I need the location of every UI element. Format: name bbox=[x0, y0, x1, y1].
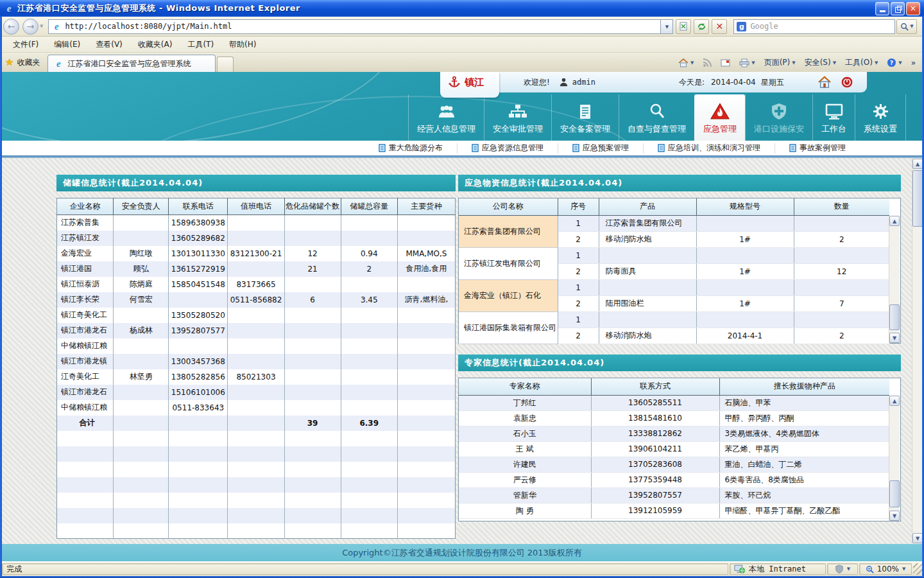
column-header: 企业名称 bbox=[57, 198, 114, 215]
safety-menu-button[interactable]: 安全(S)▼ bbox=[801, 56, 839, 69]
page-menu-button[interactable]: 页面(P)▼ bbox=[761, 56, 799, 69]
scroll-down-icon[interactable]: ▼ bbox=[889, 333, 900, 343]
nav-item-label: 安全审批管理 bbox=[493, 123, 543, 135]
scrollbar-thumb[interactable] bbox=[912, 170, 923, 227]
scroll-up-icon[interactable]: ▲ bbox=[889, 216, 900, 226]
zoom-control[interactable]: 100% ▼ bbox=[859, 563, 912, 575]
subnav-item-3[interactable]: 应急培训、演练和演习管理 bbox=[643, 143, 774, 153]
zoom-level: 100% bbox=[877, 565, 899, 574]
search-options-dropdown-icon[interactable]: ▼ bbox=[910, 24, 913, 29]
table-cell bbox=[57, 523, 114, 539]
page-header: 江苏省港口安全监管与应急管理系统 镇江 欢迎您! admin 今天是: 2014… bbox=[0, 72, 924, 141]
minimize-button[interactable] bbox=[875, 2, 889, 15]
help-button[interactable]: ? ▼ bbox=[884, 57, 905, 69]
resize-grip[interactable] bbox=[913, 563, 922, 575]
table-row: 镇江市港龙石15106101006 bbox=[57, 385, 456, 400]
read-mail-button[interactable] bbox=[717, 58, 733, 68]
table-cell bbox=[397, 308, 455, 323]
search-go-button[interactable]: ▼ bbox=[896, 19, 917, 34]
company-cell: 江苏镇江发电有限公司 bbox=[459, 247, 558, 279]
refresh-button[interactable] bbox=[694, 19, 709, 34]
address-dropdown-button[interactable]: ▼ bbox=[661, 19, 673, 34]
browser-tab[interactable]: e 江苏省港口安全监管与应急管理系统 bbox=[47, 55, 216, 72]
menu-item-3[interactable]: 收藏夹(A) bbox=[130, 37, 180, 52]
back-button[interactable]: ← bbox=[3, 19, 19, 35]
tools-menu-button[interactable]: 工具(O)▼ bbox=[842, 56, 881, 69]
print-dropdown-icon[interactable]: ▼ bbox=[751, 60, 755, 66]
menu-item-1[interactable]: 编辑(E) bbox=[46, 37, 88, 52]
nav-item-7[interactable]: 系统设置 bbox=[855, 94, 906, 141]
protected-mode-button[interactable]: ▼ bbox=[827, 563, 858, 575]
overflow-chevron-icon[interactable]: » bbox=[908, 57, 919, 69]
home-button[interactable]: ▼ bbox=[675, 57, 697, 69]
nav-item-5[interactable]: 港口设施保安 bbox=[745, 94, 812, 141]
nav-item-0[interactable]: 经营人信息管理 bbox=[408, 94, 484, 141]
history-dropdown-icon[interactable]: ▼ bbox=[40, 24, 43, 29]
table-cell: 金海宏业 bbox=[57, 246, 114, 261]
nav-item-4[interactable]: 应急管理 bbox=[694, 94, 745, 141]
table-cell bbox=[397, 477, 455, 493]
print-button[interactable]: ▼ bbox=[736, 57, 758, 69]
table-cell: 防毒面具 bbox=[599, 263, 696, 279]
scroll-down-icon[interactable]: ▼ bbox=[912, 533, 923, 543]
menu-item-2[interactable]: 查看(V) bbox=[88, 37, 130, 52]
welcome-text: 欢迎您! bbox=[524, 77, 550, 88]
table-cell bbox=[228, 446, 284, 462]
logout-power-icon[interactable] bbox=[841, 76, 853, 89]
table-cell bbox=[397, 215, 455, 231]
table-row: 严云修137753594486类毒害品、8类腐蚀品 bbox=[459, 472, 889, 487]
page-scrollbar[interactable]: ▲ ▼ bbox=[912, 158, 923, 544]
table-row: 金海宏业陶红暾1301301133083121300-21120.94MMA,M… bbox=[57, 246, 456, 261]
restore-button[interactable] bbox=[891, 2, 905, 15]
scrollbar-thumb[interactable] bbox=[889, 304, 900, 330]
table-cell bbox=[341, 338, 397, 354]
forward-button[interactable]: → bbox=[22, 19, 38, 35]
experts-scrollbar[interactable]: ▲ ▼ bbox=[889, 396, 900, 521]
table-row: 管新华13952807557苯胺、环己烷 bbox=[459, 487, 889, 503]
nav-item-2[interactable]: 安全备案管理 bbox=[551, 94, 619, 141]
search-input[interactable]: g Google bbox=[733, 19, 895, 34]
table-cell bbox=[228, 523, 284, 539]
table-cell bbox=[284, 446, 341, 462]
command-bar: ▼ ▼ 页面(P)▼ 安全(S)▼ 工具(O)▼ ? ▼ » bbox=[675, 56, 924, 72]
close-button[interactable]: × bbox=[906, 2, 920, 15]
new-tab-button[interactable] bbox=[217, 57, 234, 72]
table-cell bbox=[228, 385, 284, 400]
portal-home-icon[interactable] bbox=[817, 76, 832, 89]
scrollbar-thumb[interactable] bbox=[889, 480, 900, 507]
table-row: 陶 勇13912105959甲缩醛、甲基异丁基酮、乙酸乙酯 bbox=[459, 503, 889, 518]
subnav-item-4[interactable]: 事故案例管理 bbox=[774, 143, 860, 153]
subnav-item-1[interactable]: 应急资源信息管理 bbox=[457, 143, 558, 153]
experts-panel-title: 专家信息统计(截止2014.04.04) bbox=[458, 355, 901, 371]
table-cell bbox=[114, 338, 169, 354]
stop-button[interactable]: ✕ bbox=[712, 19, 727, 34]
scroll-up-icon[interactable]: ▲ bbox=[912, 159, 923, 169]
menu-item-4[interactable]: 工具(T) bbox=[180, 37, 221, 52]
scroll-up-icon[interactable]: ▲ bbox=[889, 396, 900, 406]
subnav-item-2[interactable]: 应急预案管理 bbox=[558, 143, 643, 153]
menu-item-5[interactable]: 帮助(H) bbox=[221, 37, 264, 52]
menu-item-0[interactable]: 文件(F) bbox=[5, 37, 46, 52]
table-cell bbox=[57, 508, 114, 523]
table-row: 石小玉133388128623类易燃液体、4类易燃固体 bbox=[459, 426, 889, 441]
table-cell: 食用油,食用 bbox=[397, 261, 455, 277]
scroll-down-icon[interactable]: ▼ bbox=[889, 511, 900, 521]
table-cell bbox=[228, 462, 284, 477]
user-strip: 镇江 欢迎您! admin 今天是: 2014-04-04 星期五 bbox=[440, 72, 867, 92]
subnav-item-0[interactable]: 重大危险源分布 bbox=[364, 143, 457, 153]
city-label[interactable]: 镇江 bbox=[465, 76, 484, 89]
table-cell bbox=[696, 215, 794, 231]
nav-item-6[interactable]: 工作台 bbox=[812, 94, 855, 141]
table-cell bbox=[341, 400, 397, 416]
compatibility-button[interactable] bbox=[676, 19, 691, 34]
nav-item-1[interactable]: 安全审批管理 bbox=[484, 94, 551, 141]
supplies-scrollbar[interactable]: ▲ ▼ bbox=[889, 216, 900, 343]
favorites-button[interactable]: ★ 收藏夹 bbox=[0, 53, 47, 72]
table-cell bbox=[114, 446, 169, 462]
table-cell bbox=[794, 215, 889, 231]
home-dropdown-icon[interactable]: ▼ bbox=[690, 60, 694, 66]
nav-item-3[interactable]: 自查与督查管理 bbox=[619, 94, 694, 141]
feeds-button[interactable] bbox=[699, 57, 715, 69]
address-input[interactable]: e http://localhost:8080/yjpt/Main.html bbox=[48, 19, 661, 34]
table-cell: 6类毒害品、8类腐蚀品 bbox=[719, 472, 889, 487]
